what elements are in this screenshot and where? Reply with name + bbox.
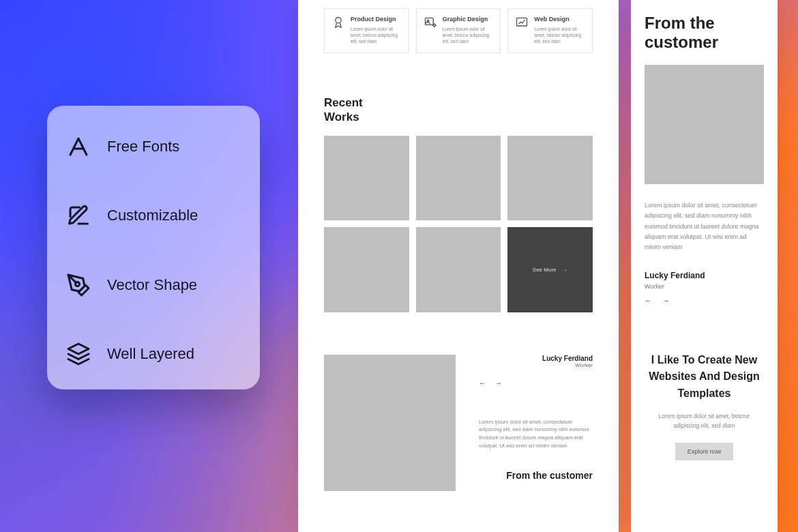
from-customer-title: From the customer <box>479 470 593 481</box>
testimonial-role: Worker <box>645 283 764 290</box>
see-more-button[interactable]: See More → <box>507 227 593 312</box>
service-card-product-design[interactable]: Product Design Lorem ipsum dolor sit ame… <box>324 8 409 53</box>
text-a-icon <box>66 134 91 159</box>
testimonial-block: ← → Lucky Ferdiand Worker Lorem ipsum do… <box>324 355 593 491</box>
center-panel: Product Design Lorem ipsum dolor sit ame… <box>298 0 619 532</box>
testimonial-image <box>324 355 456 491</box>
work-thumbnail[interactable] <box>324 227 409 312</box>
testimonial-nav: ← → <box>479 379 502 387</box>
svg-marker-1 <box>68 344 89 354</box>
cta-subtitle: Lorem ipsum dolor sit amet, betcrur adip… <box>645 412 764 430</box>
arrow-right-icon[interactable]: → <box>495 379 502 387</box>
svg-point-0 <box>76 282 80 286</box>
feature-card: Free Fonts Customizable Vector Shape Wel… <box>47 106 260 389</box>
arrow-left-icon[interactable]: ← <box>479 379 486 387</box>
image-gear-icon <box>424 16 437 29</box>
analytics-icon <box>515 16 529 29</box>
see-more-label: See More <box>533 267 557 273</box>
service-title: Graphic Design <box>443 16 494 23</box>
service-card-web-design[interactable]: Web Design Lorem ipsum dolor sit amet, b… <box>507 8 593 53</box>
feature-label: Free Fonts <box>107 138 179 156</box>
testimonial-quote: Lorem ipsum dolor sit amet, consectetuer… <box>479 418 593 450</box>
service-title: Product Design <box>351 16 402 23</box>
feature-free-fonts: Free Fonts <box>66 134 241 159</box>
service-sub: Lorem ipsum dolor sit amet, betcrur adip… <box>534 26 585 44</box>
arrow-left-icon[interactable]: ← <box>645 297 651 304</box>
svg-point-2 <box>336 18 341 23</box>
badge-icon <box>331 16 345 29</box>
explore-now-button[interactable]: Explore now <box>675 443 734 460</box>
service-card-graphic-design[interactable]: Graphic Design Lorem ipsum dolor sit ame… <box>416 8 501 53</box>
works-grid: See More → <box>324 136 593 312</box>
feature-well-layered: Well Layered <box>66 342 241 366</box>
feature-label: Vector Shape <box>107 276 197 294</box>
testimonial-nav: ← → <box>645 297 764 304</box>
work-thumbnail[interactable] <box>416 136 501 221</box>
services-row: Product Design Lorem ipsum dolor sit ame… <box>324 8 593 53</box>
right-panel: From the customer Lorem ipsum dolor sit … <box>631 0 778 532</box>
service-title: Web Design <box>534 16 585 23</box>
arrow-right-icon[interactable]: → <box>662 297 669 304</box>
feature-customizable: Customizable <box>66 203 241 228</box>
testimonial-image <box>645 65 764 184</box>
feature-vector-shape: Vector Shape <box>66 273 241 297</box>
cta-title: I Like To Create New Websites And Design… <box>645 352 764 402</box>
testimonial-name: Lucky Ferdiand <box>542 355 593 362</box>
recent-works-title: Recent Works <box>324 95 372 125</box>
layers-icon <box>66 342 91 366</box>
svg-rect-6 <box>517 18 527 26</box>
work-thumbnail[interactable] <box>416 227 501 312</box>
testimonial-role: Worker <box>542 362 593 368</box>
service-sub: Lorem ipsum dolor sit amet, betcrur adip… <box>443 26 494 44</box>
cta-section: I Like To Create New Websites And Design… <box>645 352 764 461</box>
feature-label: Well Layered <box>107 345 194 363</box>
testimonial-name: Lucky Ferdiand <box>645 271 764 280</box>
arrow-right-icon: → <box>562 267 568 274</box>
work-thumbnail[interactable] <box>507 136 593 221</box>
testimonial-quote: Lorem ipsum dolor sit amet, consectetuer… <box>645 201 764 252</box>
pen-tool-icon <box>66 273 91 297</box>
service-sub: Lorem ipsum dolor sit amet, betcrur adip… <box>351 26 402 44</box>
edit-icon <box>66 203 91 228</box>
from-customer-heading: From the customer <box>645 14 764 51</box>
work-thumbnail[interactable] <box>324 136 409 221</box>
feature-label: Customizable <box>107 207 198 224</box>
